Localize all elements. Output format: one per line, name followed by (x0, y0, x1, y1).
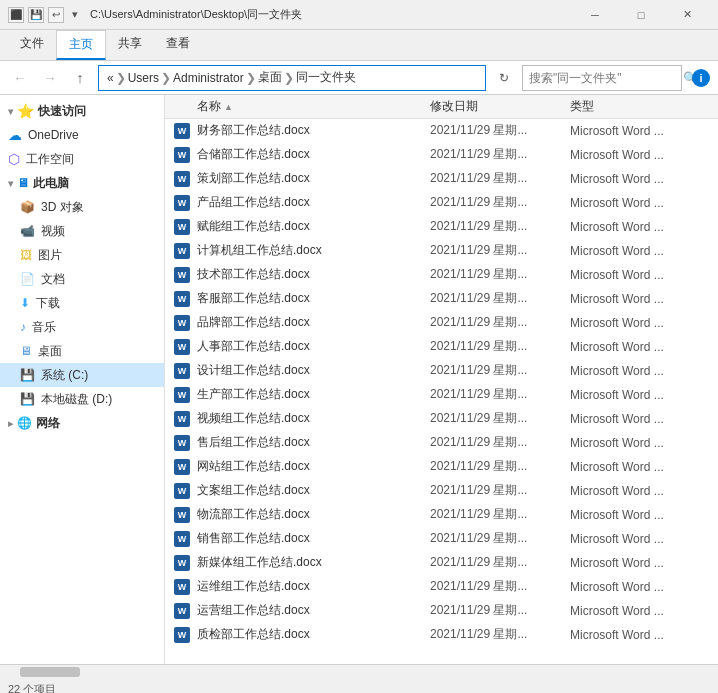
table-row[interactable]: W 运营组工作总结.docx 2021/11/29 星期... Microsof… (165, 599, 718, 623)
minimize-button[interactable] (572, 0, 618, 30)
table-row[interactable]: W 运维组工作总结.docx 2021/11/29 星期... Microsof… (165, 575, 718, 599)
table-row[interactable]: W 技术部工作总结.docx 2021/11/29 星期... Microsof… (165, 263, 718, 287)
table-row[interactable]: W 策划部工作总结.docx 2021/11/29 星期... Microsof… (165, 167, 718, 191)
word-file-icon: W (173, 434, 191, 452)
file-name: 设计组工作总结.docx (197, 362, 430, 379)
table-row[interactable]: W 财务部工作总结.docx 2021/11/29 星期... Microsof… (165, 119, 718, 143)
back-button[interactable]: ← (8, 66, 32, 90)
table-row[interactable]: W 计算机组工作总结.docx 2021/11/29 星期... Microso… (165, 239, 718, 263)
sidebar-item-label: 图片 (38, 247, 156, 264)
scroll-thumb[interactable] (20, 667, 80, 677)
up-button[interactable]: ↑ (68, 66, 92, 90)
file-name: 品牌部工作总结.docx (197, 314, 430, 331)
tab-share[interactable]: 共享 (106, 30, 154, 60)
file-type: Microsoft Word ... (570, 508, 710, 522)
sidebar-item-label: 桌面 (38, 343, 156, 360)
sidebar-item-system-c[interactable]: 💾 系统 (C:) (0, 363, 164, 387)
file-type: Microsoft Word ... (570, 148, 710, 162)
sidebar-item-local-d[interactable]: 💾 本地磁盘 (D:) (0, 387, 164, 411)
file-date: 2021/11/29 星期... (430, 242, 570, 259)
table-row[interactable]: W 客服部工作总结.docx 2021/11/29 星期... Microsof… (165, 287, 718, 311)
column-date[interactable]: 修改日期 (430, 98, 570, 115)
file-name: 财务部工作总结.docx (197, 122, 430, 139)
maximize-button[interactable] (618, 0, 664, 30)
table-row[interactable]: W 网站组工作总结.docx 2021/11/29 星期... Microsof… (165, 455, 718, 479)
sidebar-item-downloads[interactable]: ⬇ 下载 (0, 291, 164, 315)
file-date: 2021/11/29 星期... (430, 386, 570, 403)
table-row[interactable]: W 生产部工作总结.docx 2021/11/29 星期... Microsof… (165, 383, 718, 407)
file-list-header: 名称 ▲ 修改日期 类型 (165, 95, 718, 119)
table-row[interactable]: W 视频组工作总结.docx 2021/11/29 星期... Microsof… (165, 407, 718, 431)
address-path[interactable]: « ❯ Users ❯ Administrator ❯ 桌面 ❯ 同一文件夹 (98, 65, 486, 91)
file-name: 生产部工作总结.docx (197, 386, 430, 403)
info-icon[interactable]: i (692, 69, 710, 87)
file-type: Microsoft Word ... (570, 556, 710, 570)
table-row[interactable]: W 赋能组工作总结.docx 2021/11/29 星期... Microsof… (165, 215, 718, 239)
path-part-home: « (107, 71, 114, 85)
file-name: 运营组工作总结.docx (197, 602, 430, 619)
sidebar-item-3d-objects[interactable]: 📦 3D 对象 (0, 195, 164, 219)
file-name: 人事部工作总结.docx (197, 338, 430, 355)
file-date: 2021/11/29 星期... (430, 434, 570, 451)
tab-view[interactable]: 查看 (154, 30, 202, 60)
undo-icon[interactable]: ↩ (48, 7, 64, 23)
table-row[interactable]: W 销售部工作总结.docx 2021/11/29 星期... Microsof… (165, 527, 718, 551)
file-name: 运维组工作总结.docx (197, 578, 430, 595)
table-row[interactable]: W 售后组工作总结.docx 2021/11/29 星期... Microsof… (165, 431, 718, 455)
table-row[interactable]: W 物流部工作总结.docx 2021/11/29 星期... Microsof… (165, 503, 718, 527)
save-icon[interactable]: 💾 (28, 7, 44, 23)
workspace-icon: ⬡ (8, 151, 20, 167)
tab-file[interactable]: 文件 (8, 30, 56, 60)
horizontal-scrollbar[interactable] (0, 664, 718, 678)
path-part-current: 同一文件夹 (296, 69, 356, 86)
word-file-icon: W (173, 458, 191, 476)
sidebar-item-desktop[interactable]: 🖥 桌面 (0, 339, 164, 363)
sidebar-item-music[interactable]: ♪ 音乐 (0, 315, 164, 339)
scroll-track (0, 665, 718, 679)
sidebar-item-quick-access[interactable]: ▾ ⭐ 快速访问 (0, 99, 164, 123)
refresh-button[interactable]: ↻ (492, 66, 516, 90)
videos-icon: 📹 (20, 224, 35, 238)
sidebar-item-onedrive[interactable]: ☁ OneDrive (0, 123, 164, 147)
table-row[interactable]: W 质检部工作总结.docx 2021/11/29 星期... Microsof… (165, 623, 718, 647)
file-name: 网站组工作总结.docx (197, 458, 430, 475)
forward-button[interactable]: → (38, 66, 62, 90)
ribbon: 文件 主页 共享 查看 (0, 30, 718, 61)
tab-home[interactable]: 主页 (56, 30, 106, 60)
sidebar-item-label: 系统 (C:) (41, 367, 156, 384)
column-type[interactable]: 类型 (570, 98, 710, 115)
ribbon-tabs: 文件 主页 共享 查看 (0, 30, 718, 60)
sidebar-item-videos[interactable]: 📹 视频 (0, 219, 164, 243)
file-date: 2021/11/29 星期... (430, 170, 570, 187)
close-button[interactable] (664, 0, 710, 30)
word-file-icon: W (173, 266, 191, 284)
pc-icon: 🖥 (17, 176, 29, 190)
file-type: Microsoft Word ... (570, 604, 710, 618)
search-input[interactable] (529, 71, 679, 85)
sidebar-item-this-pc[interactable]: ▾ 🖥 此电脑 (0, 171, 164, 195)
quick-access-icon[interactable]: ⬛ (8, 7, 24, 23)
sidebar-item-workspace[interactable]: ⬡ 工作空间 (0, 147, 164, 171)
sidebar-item-documents[interactable]: 📄 文档 (0, 267, 164, 291)
table-row[interactable]: W 设计组工作总结.docx 2021/11/29 星期... Microsof… (165, 359, 718, 383)
column-name[interactable]: 名称 ▲ (197, 98, 430, 115)
title-bar-icons: ⬛ 💾 ↩ ▾ C:\Users\Administrator\Desktop\同… (8, 7, 302, 23)
table-row[interactable]: W 产品组工作总结.docx 2021/11/29 星期... Microsof… (165, 191, 718, 215)
table-row[interactable]: W 新媒体组工作总结.docx 2021/11/29 星期... Microso… (165, 551, 718, 575)
table-row[interactable]: W 合储部工作总结.docx 2021/11/29 星期... Microsof… (165, 143, 718, 167)
sidebar-item-network[interactable]: ▸ 🌐 网络 (0, 411, 164, 435)
file-name: 合储部工作总结.docx (197, 146, 430, 163)
music-icon: ♪ (20, 320, 26, 334)
file-date: 2021/11/29 星期... (430, 314, 570, 331)
sidebar-item-pictures[interactable]: 🖼 图片 (0, 243, 164, 267)
table-row[interactable]: W 人事部工作总结.docx 2021/11/29 星期... Microsof… (165, 335, 718, 359)
file-date: 2021/11/29 星期... (430, 410, 570, 427)
file-date: 2021/11/29 星期... (430, 266, 570, 283)
search-box[interactable]: 🔍 (522, 65, 682, 91)
word-file-icon: W (173, 506, 191, 524)
file-name: 策划部工作总结.docx (197, 170, 430, 187)
table-row[interactable]: W 品牌部工作总结.docx 2021/11/29 星期... Microsof… (165, 311, 718, 335)
path-part-desktop: 桌面 (258, 69, 282, 86)
table-row[interactable]: W 文案组工作总结.docx 2021/11/29 星期... Microsof… (165, 479, 718, 503)
word-file-icon: W (173, 578, 191, 596)
